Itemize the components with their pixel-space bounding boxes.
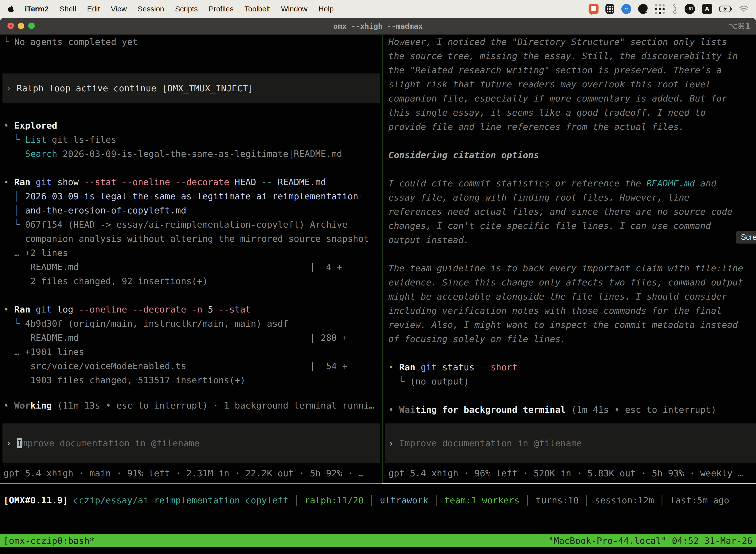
apple-icon[interactable] <box>7 5 14 13</box>
left-working-status: • Working (11m 13s • esc to interrupt) ·… <box>0 398 385 412</box>
terminal-line: • Working (11m 13s • esc to interrupt) ·… <box>3 398 385 412</box>
chat-app-icon[interactable] <box>588 4 598 14</box>
terminal-line: I could cite commit statistics or refere… <box>388 176 756 190</box>
ralph-inject-box[interactable]: › Ralph loop active continue [OMX_TMUX_I… <box>2 73 380 103</box>
terminal-line: slight risk that future readers may over… <box>388 77 756 91</box>
terminal-line: └ 067f154 (HEAD -> essay/ai-reimplementa… <box>3 217 385 232</box>
terminal-line: … +2 lines <box>3 246 385 260</box>
terminal-line <box>388 346 756 360</box>
dots-grid-icon[interactable] <box>655 4 665 14</box>
menu-item-session[interactable]: Session <box>138 5 164 13</box>
menu-item-edit[interactable]: Edit <box>87 5 100 13</box>
terminal-line <box>3 161 385 175</box>
letter-a-label: A <box>705 5 710 13</box>
terminal-line: 2 files changed, 92 insertions(+) <box>3 274 385 288</box>
terminal-content: └ No agents completed yet › Ralph loop a… <box>0 18 756 554</box>
left-prompt-input[interactable]: › Improve documentation in @filename <box>2 424 380 463</box>
menu-item-toolbelt[interactable]: Toolbelt <box>245 5 270 13</box>
menu-item-profiles[interactable]: Profiles <box>208 5 233 13</box>
ralph-inject-line: › Ralph loop active continue [OMX_TMUX_I… <box>2 81 253 95</box>
terminal-line: changes, I can't cite specific file line… <box>388 219 756 233</box>
terminal-line <box>388 388 756 403</box>
terminal-line: this single essay, it seems like a good … <box>388 106 756 120</box>
terminal-line: However, I noticed the "Directory Struct… <box>388 35 756 49</box>
terminal-line: └ (no output) <box>388 374 756 388</box>
menu-item-shell[interactable]: Shell <box>60 5 76 13</box>
terminal-line <box>388 134 756 148</box>
terminal-line: • Waiting for background terminal (1m 41… <box>388 403 756 417</box>
terminal-line: the "Related research writing" section i… <box>388 63 756 77</box>
right-model-statusline: gpt-5.4 xhigh · 96% left · 520K in · 5.8… <box>385 466 756 480</box>
terminal-line: │ and-the-erosion-of-copyleft.md <box>3 203 385 217</box>
right-prompt-chevron: › <box>385 438 399 448</box>
terminal-line: might be acceptable alongside the file l… <box>388 289 756 303</box>
terminal-line: provide file and line references from th… <box>388 120 756 134</box>
terminal-line: companion analysis without altering the … <box>3 232 385 246</box>
terminal-line: essay file, along with finding root file… <box>388 190 756 205</box>
letter-a-icon[interactable]: A <box>702 4 712 14</box>
terminal-line: The team guideline is to back every impo… <box>388 261 756 275</box>
terminal-line: README.md | 4 + <box>3 260 385 274</box>
terminal-line: [OMX#0.11.9] cczip/essay/ai-reimplementa… <box>3 493 756 507</box>
menu-item-help[interactable]: Help <box>318 5 334 13</box>
left-pane-top-line: └ No agents completed yet <box>0 35 385 49</box>
menu-item-view[interactable]: View <box>111 5 127 13</box>
terminal-line: • Explored <box>3 118 385 132</box>
screen-overlay-label: Scre <box>741 233 756 242</box>
shield-grid-icon[interactable] <box>606 4 614 14</box>
wifi-icon[interactable] <box>739 4 749 14</box>
right-prompt-input[interactable]: › Improve documentation in @filename <box>385 424 756 463</box>
terminal-line: companion file, especially if more comme… <box>388 91 756 106</box>
blue-badge-icon[interactable] <box>621 4 631 14</box>
right-input-placeholder: Improve documentation in @filename <box>399 438 582 448</box>
inactive-pane-border <box>382 483 756 484</box>
terminal-line: including verification notes with those … <box>388 303 756 318</box>
terminal-line: evidence. Since this change only affects… <box>388 275 756 289</box>
menu-item-scripts[interactable]: Scripts <box>175 5 198 13</box>
terminal-line: 1903 files changed, 513517 insertions(+) <box>3 373 385 387</box>
screen-overlay-tooltip: Scre <box>736 231 756 243</box>
terminal-line <box>3 288 385 302</box>
terminal-line: • Ran git log --oneline --decorate -n 5 … <box>3 302 385 317</box>
iterm2-window: omx --xhigh --madmax ⌥⌘1 └ No agents com… <box>0 18 756 554</box>
terminal-line: └ List git ls-files <box>3 132 385 147</box>
terminal-line: │ 2026-03-09-is-legal-the-same-as-legiti… <box>3 189 385 203</box>
crescent-icon[interactable] <box>638 4 648 14</box>
terminal-line: output instead. <box>388 233 756 247</box>
terminal-line: … +1901 lines <box>3 345 385 359</box>
terminal-line: Search 2026-03-09-is-legal-the-same-as-l… <box>3 147 385 161</box>
left-model-statusline: gpt-5.4 xhigh · main · 91% left · 2.31M … <box>0 466 385 480</box>
badge-61-label: ..61 <box>686 6 693 11</box>
terminal-line: the source tree, missing the essay. Stil… <box>388 49 756 63</box>
desktop: iTerm2 ShellEditViewSessionScriptsProfil… <box>0 0 756 554</box>
badge-61-icon[interactable]: ..61 <box>685 4 695 14</box>
terminal-line: • Ran git status --short <box>388 360 756 374</box>
terminal-line: └ 4b9d30f (origin/main, instructkr/main,… <box>3 317 385 331</box>
terminal-line: review. Also, I might want to inspect th… <box>388 318 756 332</box>
menu-item-app[interactable]: iTerm2 <box>25 5 49 13</box>
tmux-host-clock: "MacBook-Pro-44.local" 04:52 31-Mar-26 <box>548 536 753 546</box>
left-prompt-chevron: › <box>2 438 17 448</box>
squiggle-icon[interactable] <box>672 4 678 14</box>
terminal-line: references need actual files, and since … <box>388 205 756 219</box>
terminal-line: of focusing solely on file lines. <box>388 332 756 346</box>
tmux-session-label: [omx-cczip0:bash* <box>3 536 95 546</box>
active-pane-border <box>0 483 382 484</box>
omx-status-line: [OMX#0.11.9] cczip/essay/ai-reimplementa… <box>0 493 756 507</box>
left-input-placeholder: mprove documentation in @filename <box>22 438 199 448</box>
terminal-line: README.md | 280 + <box>3 331 385 345</box>
terminal-line: src/voice/voiceModeEnabled.ts | 54 + <box>3 359 385 373</box>
tmux-status-bar: [omx-cczip0:bash* "MacBook-Pro-44.local"… <box>0 534 756 547</box>
terminal-line: Considering citation options <box>388 148 756 162</box>
terminal-line <box>388 162 756 176</box>
terminal-line: • Ran git show --stat --oneline --decora… <box>3 175 385 189</box>
left-cursor: I <box>17 438 22 448</box>
terminal-line <box>388 247 756 261</box>
menu-status-icons: ..61 A <box>588 4 749 14</box>
battery-icon[interactable] <box>719 4 732 14</box>
right-pane-log: However, I noticed the "Directory Struct… <box>385 35 756 417</box>
terminal-line: › Ralph loop active continue [OMX_TMUX_I… <box>2 81 253 95</box>
pane-divider[interactable] <box>382 35 382 483</box>
menu-item-window[interactable]: Window <box>281 5 308 13</box>
macos-menu-bar: iTerm2 ShellEditViewSessionScriptsProfil… <box>0 0 756 18</box>
